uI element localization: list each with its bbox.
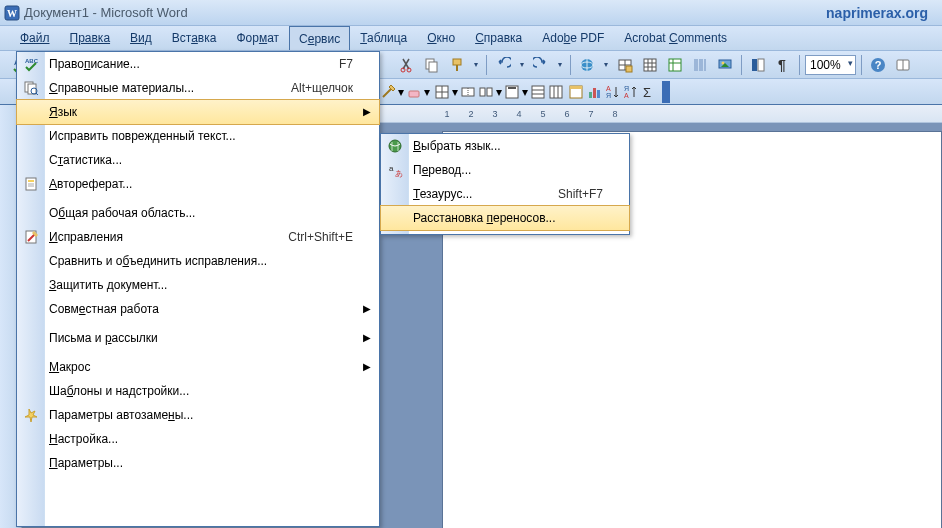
menu-item-statistics[interactable]: Статистика... — [17, 148, 379, 172]
svg-rect-49 — [550, 86, 562, 98]
merge-cells-icon[interactable] — [460, 84, 476, 100]
redo-icon[interactable] — [530, 54, 552, 76]
menu-item-mail[interactable]: Письма и рассылки ▶ — [17, 326, 379, 350]
toolbar-separator — [799, 55, 800, 75]
autocorrect-icon — [22, 406, 40, 424]
read-mode-icon[interactable] — [892, 54, 914, 76]
ruler-mark: 7 — [586, 109, 596, 119]
svg-rect-53 — [570, 86, 582, 89]
help-icon[interactable]: ? — [867, 54, 889, 76]
menu-item-options[interactable]: Параметры... — [17, 451, 379, 475]
menu-window[interactable]: Окно — [417, 26, 465, 50]
menu-item-set-language[interactable]: Выбрать язык... — [381, 134, 629, 158]
show-formatting-icon[interactable]: ¶ — [772, 54, 794, 76]
split-cells-icon[interactable] — [478, 84, 494, 100]
dropdown-arrow-icon[interactable]: ▾ — [496, 85, 502, 99]
format-painter-icon[interactable] — [446, 54, 468, 76]
menu-item-templates[interactable]: Шаблоны и надстройки... — [17, 379, 379, 403]
copy-icon[interactable] — [421, 54, 443, 76]
hyperlink-icon[interactable] — [576, 54, 598, 76]
menu-item-research[interactable]: Справочные материалы... Alt+щелчок — [17, 76, 379, 100]
eraser-icon[interactable] — [406, 84, 422, 100]
document-map-icon[interactable] — [747, 54, 769, 76]
svg-rect-21 — [669, 59, 681, 71]
dropdown-arrow-icon[interactable]: ▾ — [471, 54, 481, 76]
menu-item-autocorrect[interactable]: Параметры автозамены... — [17, 403, 379, 427]
toolbar-separator — [486, 55, 487, 75]
menu-edit[interactable]: Правка — [60, 26, 121, 50]
shortcut-text: Ctrl+Shift+E — [288, 230, 379, 244]
dropdown-arrow-icon[interactable]: ▾ — [424, 85, 430, 99]
svg-line-66 — [36, 93, 38, 95]
svg-text:あ: あ — [395, 169, 403, 178]
menu-item-language[interactable]: Язык ▶ — [16, 99, 380, 125]
menu-table[interactable]: Таблица — [350, 26, 417, 50]
menu-insert[interactable]: Вставка — [162, 26, 227, 50]
menu-item-thesaurus[interactable]: Тезаурус... Shift+F7 — [381, 182, 629, 206]
menu-item-shared-workspace[interactable]: Общая рабочая область... — [17, 201, 379, 225]
dropdown-arrow-icon[interactable]: ▾ — [452, 85, 458, 99]
dropdown-arrow-icon[interactable]: ▾ — [522, 85, 528, 99]
cut-icon[interactable] — [396, 54, 418, 76]
menu-acrobat[interactable]: Acrobat Comments — [614, 26, 737, 50]
menu-item-protect[interactable]: Защитить документ... — [17, 273, 379, 297]
track-changes-icon — [22, 228, 40, 246]
menu-tools[interactable]: Сервис — [289, 26, 350, 50]
insert-worksheet-icon[interactable] — [664, 54, 686, 76]
svg-text:Σ: Σ — [643, 85, 651, 100]
dropdown-arrow-icon[interactable]: ▾ — [601, 54, 611, 76]
svg-rect-36 — [409, 91, 419, 97]
menu-item-hyphenation[interactable]: Расстановка переносов... — [380, 205, 630, 231]
align-top-icon[interactable] — [504, 84, 520, 100]
menu-view[interactable]: Вид — [120, 26, 162, 50]
insert-table-icon[interactable] — [434, 84, 450, 100]
menu-item-autosummarize[interactable]: Автореферат... — [17, 172, 379, 196]
toolbar-end-handle — [662, 81, 670, 103]
window-title: Документ1 - Microsoft Word — [24, 5, 188, 20]
columns-icon[interactable] — [689, 54, 711, 76]
svg-rect-54 — [589, 92, 592, 98]
menu-item-collaboration[interactable]: Совместная работа ▶ — [17, 297, 379, 321]
spellcheck-icon: ABC — [22, 55, 40, 73]
menu-help[interactable]: Справка — [465, 26, 532, 50]
shortcut-text: Shift+F7 — [558, 187, 629, 201]
menu-item-compare[interactable]: Сравнить и объединить исправления... — [17, 249, 379, 273]
autosummarize-icon — [22, 175, 40, 193]
menu-item-macro[interactable]: Макрос ▶ — [17, 355, 379, 379]
svg-rect-26 — [704, 59, 706, 71]
menu-format[interactable]: Формат — [226, 26, 289, 50]
dropdown-arrow-icon[interactable]: ▾ — [517, 54, 527, 76]
menu-item-translate[interactable]: aあ Перевод... — [381, 158, 629, 182]
tables-borders-icon[interactable] — [614, 54, 636, 76]
menu-item-customize[interactable]: Настройка... — [17, 427, 379, 451]
toolbar-separator — [570, 55, 571, 75]
dropdown-arrow-icon[interactable]: ▾ — [398, 85, 404, 99]
ruler-mark: 8 — [610, 109, 620, 119]
svg-text:А: А — [624, 92, 629, 99]
word-app-icon: W — [4, 5, 20, 21]
drawing-icon[interactable] — [714, 54, 736, 76]
sort-desc-icon[interactable]: ЯА — [622, 84, 638, 100]
svg-rect-16 — [644, 59, 656, 71]
autosum-icon[interactable]: Σ — [640, 84, 656, 100]
svg-rect-24 — [694, 59, 698, 71]
autoformat-icon[interactable] — [568, 84, 584, 100]
insert-table-icon[interactable] — [639, 54, 661, 76]
svg-rect-15 — [626, 66, 632, 72]
draw-table-icon[interactable] — [380, 84, 396, 100]
title-bar: W Документ1 - Microsoft Word naprimerax.… — [0, 0, 942, 26]
chart-icon[interactable] — [586, 84, 602, 100]
menu-item-spelling[interactable]: ABC Правописание... F7 — [17, 52, 379, 76]
research-icon — [22, 79, 40, 97]
menu-adobe[interactable]: Adobe PDF — [532, 26, 614, 50]
ruler-mark: 2 — [466, 109, 476, 119]
distribute-rows-icon[interactable] — [530, 84, 546, 100]
undo-icon[interactable] — [492, 54, 514, 76]
menu-file[interactable]: Файл — [10, 26, 60, 50]
distribute-cols-icon[interactable] — [548, 84, 564, 100]
zoom-combobox[interactable]: 100% — [805, 55, 856, 75]
menu-item-fix-text[interactable]: Исправить поврежденный текст... — [17, 124, 379, 148]
menu-item-track-changes[interactable]: Исправления Ctrl+Shift+E — [17, 225, 379, 249]
dropdown-arrow-icon[interactable]: ▾ — [555, 54, 565, 76]
sort-asc-icon[interactable]: АЯ — [604, 84, 620, 100]
